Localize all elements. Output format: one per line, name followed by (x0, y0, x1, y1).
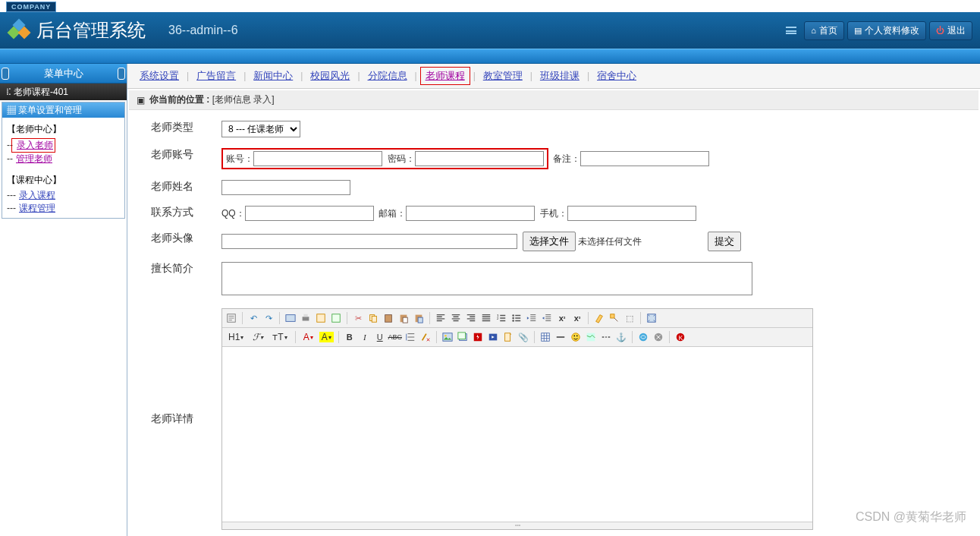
fontsize-select[interactable]: ᴛT▾ (269, 332, 290, 342)
lineheight-icon[interactable] (404, 331, 416, 343)
link-add-course[interactable]: 录入课程 (16, 188, 55, 202)
tab-system[interactable]: 系统设置 (135, 68, 184, 84)
tab-ads[interactable]: 广告留言 (192, 68, 240, 84)
handle-right-icon[interactable] (118, 68, 125, 80)
backcolor-select[interactable]: A▾ (319, 332, 334, 342)
clear-format-icon[interactable] (593, 312, 605, 324)
attachment-icon[interactable]: 📎 (517, 331, 529, 343)
flash-icon[interactable] (472, 331, 484, 343)
select-all-icon[interactable]: ⬚ (623, 312, 636, 324)
preview-icon[interactable] (284, 312, 297, 324)
input-password[interactable] (415, 151, 544, 166)
media-icon[interactable] (487, 331, 499, 343)
profile-button[interactable]: ▤个人资料修改 (847, 21, 926, 40)
input-avatar-path[interactable] (221, 234, 517, 249)
list-ul-icon[interactable] (510, 312, 523, 324)
input-name[interactable] (221, 180, 350, 195)
template-icon[interactable] (315, 312, 327, 324)
input-phone[interactable] (567, 206, 696, 221)
link-add-teacher[interactable]: 录入老师 (14, 138, 53, 152)
emoticon-icon[interactable] (570, 331, 582, 343)
forecolor-select[interactable]: A▾ (300, 332, 316, 342)
field-label-remark: 备注： (553, 153, 580, 164)
tab-teacher-course[interactable]: 老师课程 (420, 67, 470, 85)
tab-dorm[interactable]: 宿舍中心 (592, 68, 641, 84)
svg-point-29 (573, 335, 575, 336)
pagebreak-icon[interactable] (600, 331, 612, 343)
table-icon[interactable] (539, 331, 551, 343)
link-manage-course[interactable]: 课程管理 (16, 201, 55, 215)
unlink-icon[interactable] (652, 331, 664, 343)
copy-icon[interactable] (367, 312, 379, 324)
input-account[interactable] (253, 151, 382, 166)
fullscreen-icon[interactable] (645, 312, 658, 324)
field-label-phone: 手机： (540, 208, 567, 219)
field-label-qq: QQ： (221, 208, 245, 219)
image-icon[interactable] (441, 331, 454, 343)
anchor-icon[interactable]: ⚓ (615, 331, 627, 343)
outdent-icon[interactable] (526, 312, 538, 324)
code-icon[interactable] (330, 312, 342, 324)
about-icon[interactable]: K (674, 331, 686, 343)
group-teacher: 【老师中心】 (7, 121, 120, 138)
align-left-icon[interactable] (435, 312, 447, 324)
upload-button[interactable]: 提交 (708, 232, 741, 251)
logout-button[interactable]: ⏻退出 (929, 21, 972, 40)
source-icon[interactable] (225, 312, 237, 324)
paste-icon[interactable] (382, 312, 394, 324)
map-icon[interactable] (585, 331, 597, 343)
tab-campus[interactable]: 校园风光 (306, 68, 354, 84)
list-ol-icon[interactable]: 12 (495, 312, 507, 324)
input-qq[interactable] (245, 206, 374, 221)
undo-icon[interactable]: ↶ (247, 312, 259, 324)
multiimage-icon[interactable] (457, 331, 469, 343)
align-justify-icon[interactable] (480, 312, 492, 324)
cut-icon[interactable]: ✂ (352, 312, 364, 324)
svg-point-30 (576, 335, 578, 336)
link-manage-teacher[interactable]: 管理老师 (13, 152, 52, 166)
home-icon: ⌂ (811, 26, 816, 35)
group-course: 【课程中心】 (7, 172, 120, 189)
quickformat-icon[interactable] (608, 312, 620, 324)
svg-point-28 (571, 333, 580, 342)
paste-text-icon[interactable] (397, 312, 410, 324)
tab-classroom[interactable]: 教室管理 (479, 68, 527, 84)
editor-resize-handle[interactable]: ┄ (222, 522, 812, 529)
italic-icon[interactable]: I (359, 331, 371, 343)
svg-rect-1 (286, 315, 295, 322)
strike-icon[interactable]: ABC (389, 331, 401, 343)
choose-file-button[interactable]: 选择文件 (523, 232, 576, 251)
tab-branch[interactable]: 分院信息 (363, 68, 412, 84)
underline-icon[interactable]: U (374, 331, 386, 343)
bold-icon[interactable]: B (344, 331, 356, 343)
fontface-select[interactable]: ℱ▾ (250, 332, 266, 342)
heading-select[interactable]: H1▾ (225, 332, 247, 342)
handle-left-icon[interactable] (2, 68, 9, 80)
textarea-intro[interactable] (221, 262, 752, 295)
hr-icon[interactable] (554, 331, 567, 343)
home-button[interactable]: ⌂首页 (804, 21, 844, 40)
input-remark[interactable] (580, 151, 709, 166)
paste-word-icon[interactable] (413, 312, 425, 324)
label-type: 老师类型 (130, 116, 214, 142)
removeformat-icon[interactable] (419, 331, 432, 343)
redo-icon[interactable]: ↷ (262, 312, 275, 324)
profile-icon: ▤ (854, 26, 862, 36)
superscript-icon[interactable]: x² (571, 312, 583, 324)
select-teacher-type[interactable]: 8 --- 任课老师 (221, 121, 300, 137)
align-right-icon[interactable] (465, 312, 477, 324)
input-email[interactable] (406, 206, 535, 221)
align-center-icon[interactable] (450, 312, 462, 324)
svg-rect-31 (586, 333, 595, 342)
editor-content[interactable] (222, 347, 812, 522)
subscript-icon[interactable]: x² (556, 312, 568, 324)
link-icon[interactable] (637, 331, 649, 343)
svg-text:K: K (678, 334, 683, 342)
file-icon[interactable] (502, 331, 514, 343)
print-icon[interactable] (300, 312, 312, 324)
tab-schedule[interactable]: 班级排课 (536, 68, 584, 84)
editor-toolbar-1: ↶ ↷ ✂ (222, 309, 812, 328)
tab-news[interactable]: 新闻中心 (249, 68, 297, 84)
indent-icon[interactable] (541, 312, 553, 324)
menu-lines-icon (786, 27, 796, 34)
